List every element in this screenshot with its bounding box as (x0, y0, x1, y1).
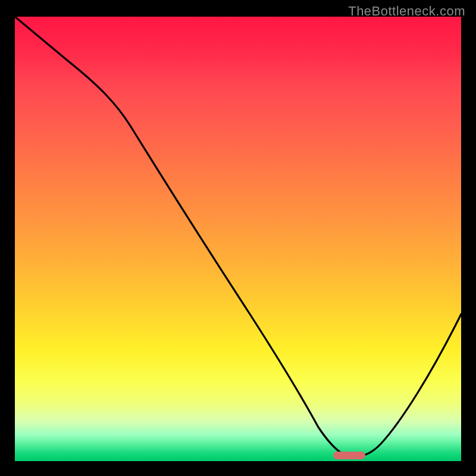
optimal-range-marker (333, 452, 365, 459)
watermark-text: TheBottleneck.com (348, 4, 465, 19)
bottleneck-curve (15, 17, 461, 461)
curve-path (15, 17, 461, 457)
chart-plot-area (15, 17, 461, 461)
